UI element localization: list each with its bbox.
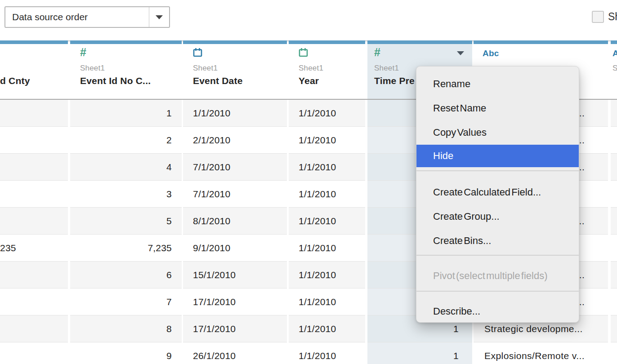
cell-value: 7,235	[148, 243, 172, 253]
menu-item-pivot-select-multiple-fields: Pivot (select multiple fields)	[416, 264, 579, 288]
cell-event-date-row-1: 1/1/2010	[183, 100, 287, 127]
menu-item-rename[interactable]: Rename	[416, 72, 579, 96]
column-header-clipped-column[interactable]: AbcSheet1	[611, 40, 617, 99]
cell-event-date-row-4: 7/1/2010	[183, 181, 287, 208]
cell-value: 8/1/2010	[193, 216, 230, 226]
cell-event-id-no-c-row-1: 1	[70, 100, 182, 127]
cell-year-row-8: 1/1/2010	[289, 289, 365, 315]
menu-item-describe[interactable]: Describe...	[416, 299, 579, 323]
cell-event-date-row-10: 26/1/2010	[183, 342, 287, 364]
cell-year-row-2: 1/1/2010	[289, 127, 365, 154]
column-menu-caret-icon[interactable]	[457, 51, 464, 55]
column-header-event-date[interactable]: Sheet1Event Date	[183, 40, 287, 99]
cell-value: 9/1/2010	[193, 243, 230, 253]
cell-value: 9	[166, 351, 172, 361]
column-header-event-id-no-c[interactable]: #Sheet1Event Id No C...	[70, 40, 182, 99]
column-header-year[interactable]: Sheet1Year	[289, 40, 365, 99]
cell-event-id-cnty-row-3	[0, 154, 68, 181]
column-header-event-id-cnty[interactable]: d Cnty	[0, 40, 68, 99]
cell-event-id-cnty-row-5	[0, 208, 68, 235]
calendar-icon	[193, 48, 202, 57]
sheet-label: Sheet1	[299, 64, 323, 73]
menu-item-create-group[interactable]: Create Group...	[416, 204, 579, 229]
cell-value: 2	[166, 135, 172, 146]
cell-event-id-cnty-row-8	[0, 289, 68, 315]
cell-value: 15/1/2010	[193, 270, 236, 280]
column-header-accent-bar	[70, 40, 182, 44]
cell-event-date-row-5: 8/1/2010	[183, 208, 287, 235]
menu-separator	[416, 170, 579, 171]
cell-event-date-row-7: 15/1/2010	[183, 262, 287, 289]
cell-value: 5	[166, 216, 172, 226]
sheet-label: Sheet1	[193, 64, 218, 73]
cell-value: 3	[166, 189, 172, 200]
cell-value: 8	[166, 324, 172, 334]
cell-value: 235	[0, 243, 16, 253]
cell-value: 6	[166, 270, 172, 280]
cell-clipped-column-row-2	[611, 127, 617, 154]
cell-year-row-9: 1/1/2010	[289, 315, 365, 342]
cell-year-row-5: 1/1/2010	[289, 208, 365, 235]
cell-event-date-row-3: 7/1/2010	[183, 154, 287, 181]
cell-event-id-cnty-row-10	[0, 342, 68, 364]
cell-value: 1	[453, 324, 459, 334]
cell-value: 4	[166, 162, 172, 173]
cell-clipped-column-row-6	[611, 235, 617, 262]
cell-value: 1/1/2010	[299, 108, 336, 119]
cell-value: Strategic developme...	[484, 324, 583, 334]
cell-value: 1/1/2010	[299, 189, 336, 200]
cell-clipped-column-row-9	[611, 315, 617, 342]
cell-event-id-no-c-row-10: 9	[70, 342, 182, 364]
string-type-label: Abc	[613, 49, 617, 58]
cell-event-id-no-c-row-8: 7	[70, 289, 182, 315]
column-header-accent-bar	[367, 40, 472, 44]
cell-value: 2/1/2010	[193, 135, 230, 146]
cell-event-id-cnty-row-7	[0, 262, 68, 289]
sheet-label: Sheet1	[80, 64, 105, 73]
cell-value: 1/1/2010	[193, 108, 230, 119]
column-name: Year	[299, 75, 319, 86]
column-name: Event Date	[193, 75, 243, 86]
cell-event-id-no-c-row-7: 6	[70, 262, 182, 289]
column-name: d Cnty	[0, 75, 30, 86]
cell-value: 1/1/2010	[299, 324, 336, 334]
cell-event-id-no-c-row-4: 3	[70, 181, 182, 208]
cell-event-id-cnty-row-4	[0, 181, 68, 208]
cell-event-date-row-6: 9/1/2010	[183, 235, 287, 262]
cell-value: 17/1/2010	[193, 324, 236, 334]
column-header-accent-bar	[289, 40, 365, 44]
cell-clipped-column-row-10	[611, 342, 617, 364]
cell-value: 1/1/2010	[299, 216, 336, 226]
cell-clipped-column-row-5	[611, 208, 617, 235]
cell-value: 1/1/2010	[299, 135, 336, 146]
cell-value: 1	[166, 108, 172, 119]
menu-item-hide[interactable]: Hide	[416, 145, 579, 167]
menu-item-create-bins[interactable]: Create Bins...	[416, 229, 579, 253]
cell-event-id-cnty-row-9	[0, 315, 68, 342]
cell-event-id-no-c-row-5: 5	[70, 208, 182, 235]
menu-item-copy-values[interactable]: Copy Values	[416, 120, 579, 145]
cell-value: Explosions/Remote v...	[484, 351, 585, 361]
cell-event-id-cnty-row-2	[0, 127, 68, 154]
menu-item-create-calculated-field[interactable]: Create Calculated Field...	[416, 180, 579, 204]
menu-item-reset-name[interactable]: Reset Name	[416, 96, 579, 120]
calendar-icon	[299, 48, 308, 57]
column-context-menu: RenameReset NameCopy ValuesHideCreate Ca…	[416, 66, 579, 323]
cell-year-row-4: 1/1/2010	[289, 181, 365, 208]
cell-value: 1/1/2010	[299, 297, 336, 307]
menu-separator	[416, 291, 579, 292]
sheet-label: Sheet1	[374, 64, 399, 73]
string-type-label: Abc	[483, 49, 499, 58]
cell-abc-column-row-10: Explosions/Remote v...	[474, 342, 608, 364]
cell-value: 1/1/2010	[299, 270, 336, 280]
cell-year-row-1: 1/1/2010	[289, 100, 365, 127]
cell-event-id-no-c-row-2: 2	[70, 127, 182, 154]
cell-event-id-no-c-row-9: 8	[70, 315, 182, 342]
cell-event-date-row-2: 2/1/2010	[183, 127, 287, 154]
cell-event-id-cnty-row-6: 235	[0, 235, 68, 262]
column-name: Event Id No C...	[80, 75, 151, 86]
column-name: Time Pre	[374, 75, 415, 86]
column-header-accent-bar	[611, 40, 617, 44]
cell-value: 7	[166, 297, 172, 307]
column-header-accent-bar	[183, 40, 287, 44]
